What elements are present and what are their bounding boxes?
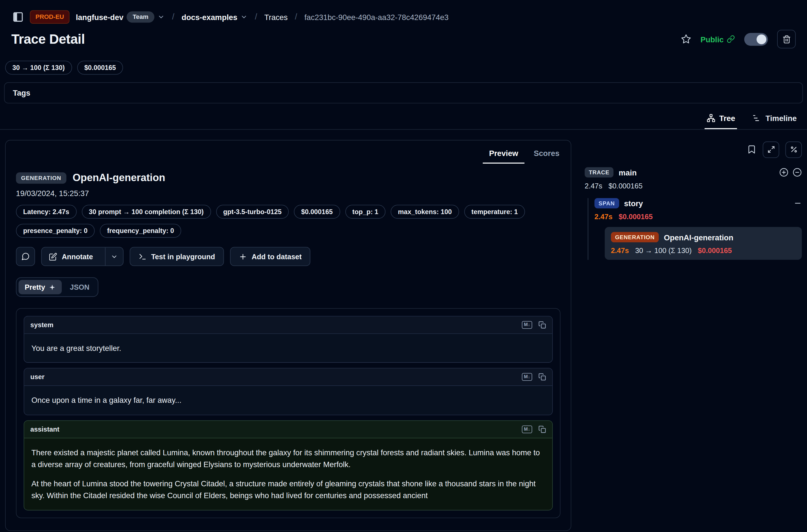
tree-node-span[interactable]: SPAN story (595, 198, 802, 208)
message-card-assistant: assistant M↓ There existed a majestic pl… (24, 420, 553, 510)
breadcrumb-org[interactable]: langfuse-dev Team (76, 11, 165, 23)
org-plan-badge: Team (126, 11, 154, 23)
copy-icon (538, 373, 546, 381)
message-paragraph: At the heart of Lumina stood the towerin… (31, 478, 545, 501)
percent-icon (790, 146, 797, 153)
observation-timestamp: 19/03/2024, 15:25:37 (16, 189, 561, 197)
message-header-icons: M↓ (522, 321, 546, 329)
copy-button[interactable] (538, 425, 546, 433)
header-actions: Public (681, 30, 796, 49)
breadcrumb-project[interactable]: docs-examples (182, 13, 247, 21)
message-card-system: system M↓ You are a great storyteller. (24, 316, 553, 363)
param-pill: presence_penalty: 0 (16, 224, 95, 238)
cost-pill: $0.000165 (77, 61, 123, 74)
message-role: user (31, 373, 44, 381)
page-title: Trace Detail (11, 31, 85, 47)
expand-all-button[interactable] (763, 141, 779, 158)
observation-params-row1: Latency: 2.47s30 prompt → 100 completion… (16, 205, 561, 218)
trace-summary-row: 30 → 100 (Σ 130) $0.000165 (0, 48, 807, 74)
annotate-button[interactable]: Annotate (42, 247, 100, 265)
copy-button[interactable] (538, 321, 546, 329)
markdown-toggle-button[interactable]: M↓ (522, 321, 532, 329)
bookmark-button[interactable] (747, 145, 757, 155)
tab-preview[interactable]: Preview (483, 145, 524, 164)
chevron-down-icon (158, 13, 165, 21)
markdown-icon: M↓ (522, 373, 532, 381)
expand-node-button[interactable] (780, 168, 789, 177)
format-json-button[interactable]: JSON (64, 280, 96, 294)
copy-button[interactable] (538, 373, 546, 381)
tree-node-trace[interactable]: TRACE main (585, 167, 802, 177)
breadcrumb: PROD-EU langfuse-dev Team / docs-example… (0, 0, 807, 24)
tree-panel-toolbar (585, 140, 802, 159)
trace-row-actions (780, 168, 802, 177)
message-body: There existed a majestic planet called L… (24, 438, 552, 510)
message-role: system (31, 321, 54, 329)
breadcrumb-separator: / (295, 13, 297, 22)
trace-cost: $0.000165 (608, 182, 642, 190)
public-link-button[interactable]: Public (700, 35, 735, 43)
message-header-icons: M↓ (522, 425, 546, 433)
generation-name: OpenAI-generation (664, 233, 733, 242)
environment-badge: PROD-EU (30, 10, 70, 23)
delete-trace-button[interactable] (777, 30, 796, 49)
show-percentages-button[interactable] (785, 141, 802, 158)
param-pill: frequency_penalty: 0 (100, 224, 181, 238)
public-toggle[interactable] (744, 33, 768, 46)
observation-actions: Annotate Test in playground Add to datas… (16, 247, 561, 266)
minus-icon (794, 199, 802, 207)
panel-left-icon (13, 11, 24, 23)
breadcrumb-trace-id: fac231bc-90ee-490a-aa32-78c4269474e3 (304, 13, 449, 21)
chevron-down-icon (111, 253, 118, 260)
expand-icon (767, 146, 775, 153)
timeline-icon (753, 114, 761, 122)
message-paragraph: Once upon a time in a galaxy far, far aw… (31, 394, 545, 406)
span-name: story (624, 199, 643, 208)
tab-timeline[interactable]: Timeline (751, 114, 799, 129)
message-header: user M↓ (24, 368, 552, 386)
annotate-dropdown-button[interactable] (105, 247, 123, 265)
star-icon (681, 34, 691, 44)
header-row: Trace Detail Public (0, 24, 807, 49)
param-pill: temperature: 1 (464, 205, 525, 218)
copy-icon (538, 425, 546, 433)
tags-section[interactable]: Tags (4, 82, 803, 103)
message-body: You are a great storyteller. (24, 334, 552, 362)
comment-button[interactable] (16, 247, 35, 266)
markdown-icon: M↓ (522, 425, 532, 433)
messages-container: system M↓ You are a great storyteller.us… (16, 308, 561, 518)
message-header-icons: M↓ (522, 373, 546, 381)
format-pretty-button[interactable]: Pretty (19, 280, 62, 294)
sparkles-icon (49, 284, 56, 290)
trace-metrics: 2.47s $0.000165 (585, 182, 802, 190)
observation-body: GENERATION OpenAI-generation 19/03/2024,… (6, 164, 571, 530)
observation-panel: Preview Scores GENERATION OpenAI-generat… (5, 140, 571, 531)
tree-icon (706, 114, 715, 122)
tree-children: SPAN story 2.47s $0.000165 GENERATION Op… (588, 198, 802, 260)
collapse-node-button[interactable] (793, 168, 802, 177)
tab-scores[interactable]: Scores (527, 145, 565, 164)
markdown-toggle-button[interactable]: M↓ (522, 425, 532, 433)
param-pill: max_tokens: 100 (391, 205, 459, 218)
markdown-icon: M↓ (522, 321, 532, 329)
breadcrumb-traces[interactable]: Traces (264, 13, 288, 21)
collapse-span-button[interactable] (794, 199, 802, 207)
message-paragraph: You are a great storyteller. (31, 342, 545, 354)
message-card-user: user M↓ Once upon a time in a galaxy far… (24, 368, 553, 415)
bookmark-star-button[interactable] (681, 34, 691, 44)
markdown-toggle-button[interactable]: M↓ (522, 373, 532, 381)
span-latency: 2.47s (595, 212, 613, 221)
tags-label: Tags (13, 89, 31, 97)
test-in-playground-button[interactable]: Test in playground (130, 247, 224, 266)
observation-name: OpenAI-generation (73, 172, 165, 184)
add-to-dataset-button[interactable]: Add to dataset (230, 247, 311, 266)
generation-badge: GENERATION (611, 232, 659, 242)
param-pill: gpt-3.5-turbo-0125 (216, 205, 289, 218)
sidebar-toggle-button[interactable] (13, 11, 24, 23)
tree-node-generation[interactable]: GENERATION OpenAI-generation 2.47s 30 → … (605, 227, 802, 260)
tab-tree[interactable]: Tree (704, 114, 737, 129)
observation-type-badge: GENERATION (16, 172, 67, 183)
breadcrumb-separator: / (172, 13, 174, 22)
format-toggle: Pretty JSON (16, 277, 98, 297)
observation-header: GENERATION OpenAI-generation (16, 172, 561, 184)
